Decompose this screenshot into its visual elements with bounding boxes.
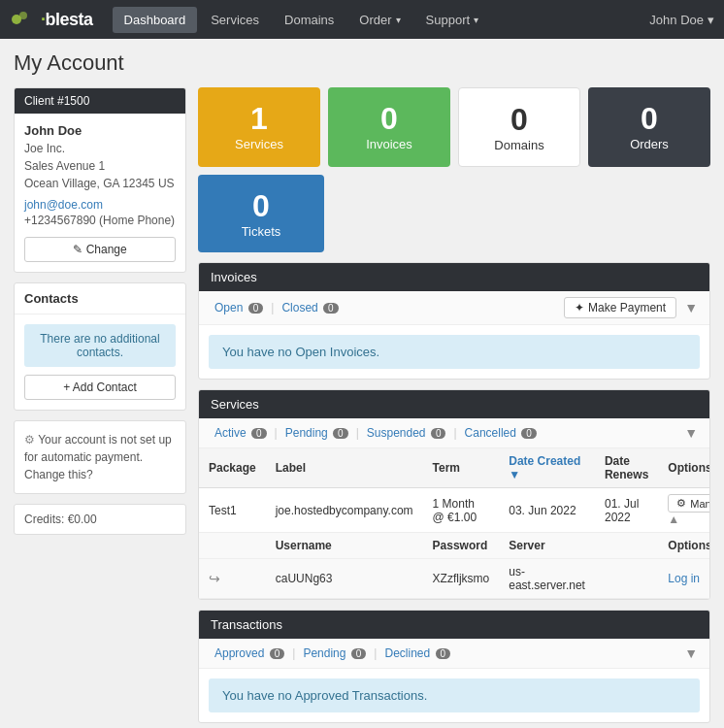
change-button[interactable]: ✎ Change xyxy=(24,237,176,262)
invoices-open-badge: 0 xyxy=(248,303,264,314)
sub-col-password: Password xyxy=(423,533,500,559)
services-panel: Services Active 0 | Pending 0 xyxy=(198,389,710,600)
tickets-count: 0 xyxy=(208,188,314,224)
transactions-declined-badge: 0 xyxy=(436,648,451,659)
plus-icon: ✦ xyxy=(575,301,584,314)
invoices-tile[interactable]: 0 Invoices xyxy=(328,87,450,167)
nav-links: Dashboard Services Domains Order ▾ Suppo… xyxy=(113,7,650,33)
service-sub-header-row: Username Password Server Options xyxy=(199,533,710,559)
main-content: 1 Services 0 Invoices 0 Domains 0 Orders xyxy=(198,87,710,728)
add-contact-button[interactable]: + Add Contact xyxy=(24,375,176,400)
sub-col-server: Server xyxy=(499,533,595,559)
col-options: Options xyxy=(658,448,710,488)
client-city-state: Ocean Village, GA 12345 US xyxy=(24,175,176,192)
invoices-panel: Invoices Open 0 | Closed 0 xyxy=(198,262,710,380)
invoices-filter-icon[interactable]: ▼ xyxy=(684,300,698,315)
logo[interactable]: ·blesta xyxy=(10,10,93,30)
col-date-renews: Date Renews xyxy=(595,448,658,488)
credits-box: Credits: €0.00 xyxy=(14,504,186,535)
services-tile[interactable]: 1 Services xyxy=(198,87,320,167)
invoices-count: 0 xyxy=(338,101,441,137)
nav-services[interactable]: Services xyxy=(199,7,271,33)
credits-label: Credits: xyxy=(24,513,64,526)
gear-icon: ⚙ xyxy=(24,433,35,447)
transactions-filter-icon[interactable]: ▼ xyxy=(684,645,698,661)
invoices-tab-closed[interactable]: Closed 0 xyxy=(278,299,342,316)
services-tab-cancelled[interactable]: Cancelled 0 xyxy=(461,424,541,442)
sub-server: us-east.server.net xyxy=(499,559,595,599)
transactions-approved-badge: 0 xyxy=(270,648,285,659)
transactions-panel-header: Transactions xyxy=(199,611,709,639)
domains-tile-label: Domains xyxy=(494,138,543,152)
invoices-filter-actions: ✦ Make Payment ▼ xyxy=(564,297,698,318)
services-filter-icon[interactable]: ▼ xyxy=(684,425,698,441)
transactions-tab-approved[interactable]: Approved 0 xyxy=(211,645,288,662)
services-panel-header: Services xyxy=(199,390,709,418)
invoices-tab-open[interactable]: Open 0 xyxy=(211,299,267,316)
main-layout: Client #1500 John Doe Joe Inc. Sales Ave… xyxy=(14,87,710,728)
domains-count: 0 xyxy=(469,102,570,138)
credits-value: €0.00 xyxy=(68,513,97,526)
sub-arrow-icon: ↪ xyxy=(209,571,220,586)
logo-text: ·blesta xyxy=(41,10,93,30)
page-title: My Account xyxy=(14,50,710,76)
col-package: Package xyxy=(199,448,266,488)
nav-user-menu[interactable]: John Doe ▾ xyxy=(649,13,714,27)
transactions-tab-declined[interactable]: Declined 0 xyxy=(380,645,454,662)
stats-row: 1 Services 0 Invoices 0 Domains 0 Orders xyxy=(198,87,710,167)
svg-point-1 xyxy=(19,12,27,19)
col-term: Term xyxy=(423,448,500,488)
client-address: Sales Avenue 1 xyxy=(24,157,176,175)
client-card: Client #1500 John Doe Joe Inc. Sales Ave… xyxy=(14,87,186,273)
transactions-tab-pending[interactable]: Pending 0 xyxy=(299,645,370,662)
manage-button[interactable]: ⚙ Manage xyxy=(668,494,710,513)
nav-order[interactable]: Order ▾ xyxy=(347,7,411,33)
services-tab-suspended[interactable]: Suspended 0 xyxy=(363,424,450,442)
services-tab-active[interactable]: Active 0 xyxy=(211,424,271,442)
chevron-up-icon[interactable]: ▲ xyxy=(668,513,679,526)
orders-tile[interactable]: 0 Orders xyxy=(588,87,710,167)
service-date-renews: 01. Jul 2022 xyxy=(595,488,658,533)
transactions-panel-body: Approved 0 | Pending 0 | Declined xyxy=(199,639,709,712)
autopay-text: Your account is not set up for automatic… xyxy=(24,433,172,481)
invoices-closed-badge: 0 xyxy=(323,303,339,314)
no-contacts-message: There are no additional contacts. xyxy=(24,324,176,367)
table-row: Test1 joe.hostedbycompany.com 1 Month @ … xyxy=(199,488,710,533)
nav-dashboard[interactable]: Dashboard xyxy=(113,7,198,33)
domains-tile[interactable]: 0 Domains xyxy=(458,87,580,167)
services-count: 1 xyxy=(208,101,311,137)
client-company: Joe Inc. xyxy=(24,140,176,157)
transactions-pending-badge: 0 xyxy=(351,648,367,659)
transactions-empty-message: You have no Approved Transactions. xyxy=(209,678,700,712)
contacts-header: Contacts xyxy=(15,283,185,314)
top-navbar: ·blesta Dashboard Services Domains Order… xyxy=(0,0,724,39)
make-payment-button[interactable]: ✦ Make Payment xyxy=(564,297,676,318)
transactions-filter-bar: Approved 0 | Pending 0 | Declined xyxy=(199,639,709,669)
client-name: John Doe xyxy=(24,123,176,138)
page-wrapper: My Account Client #1500 John Doe Joe Inc… xyxy=(0,39,724,728)
services-filter-tabs: Active 0 | Pending 0 | Suspended xyxy=(211,424,684,442)
sidebar: Client #1500 John Doe Joe Inc. Sales Ave… xyxy=(14,87,186,535)
client-card-header: Client #1500 xyxy=(15,88,185,114)
invoices-filter-tabs: Open 0 | Closed 0 xyxy=(211,299,564,316)
service-label: joe.hostedbycompany.com xyxy=(266,488,423,533)
invoices-filter-bar: Open 0 | Closed 0 ✦ xyxy=(199,291,709,325)
invoices-tile-label: Invoices xyxy=(366,137,412,151)
service-term: 1 Month @ €1.00 xyxy=(423,488,500,533)
nav-support[interactable]: Support ▾ xyxy=(414,7,491,33)
tickets-tile[interactable]: 0 Tickets xyxy=(198,175,324,252)
services-pending-badge: 0 xyxy=(333,428,348,439)
contacts-card: Contacts There are no additional contact… xyxy=(14,282,186,411)
client-card-body: John Doe Joe Inc. Sales Avenue 1 Ocean V… xyxy=(15,114,185,272)
services-tile-label: Services xyxy=(235,137,283,151)
nav-domains[interactable]: Domains xyxy=(273,7,346,33)
client-email[interactable]: john@doe.com xyxy=(24,198,176,212)
services-table: Package Label Term Date Created ▼ Date R… xyxy=(199,448,710,599)
col-label: Label xyxy=(266,448,423,488)
log-in-link[interactable]: Log in xyxy=(668,572,700,585)
contacts-body: There are no additional contacts. + Add … xyxy=(15,314,185,410)
gear-icon: ⚙ xyxy=(676,497,686,510)
col-date-created[interactable]: Date Created ▼ xyxy=(499,448,595,488)
services-tab-pending[interactable]: Pending 0 xyxy=(281,424,352,442)
service-date-created: 03. Jun 2022 xyxy=(499,488,595,533)
